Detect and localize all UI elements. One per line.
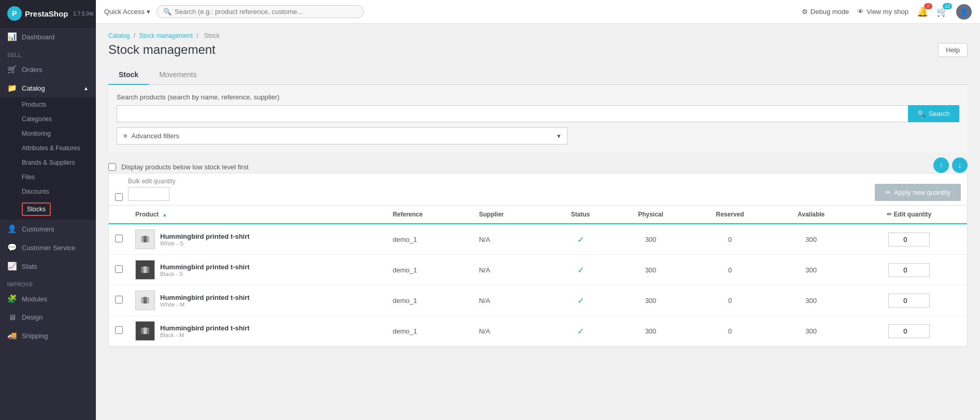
- th-supplier[interactable]: Supplier: [473, 206, 548, 224]
- row-checkbox-1[interactable]: [115, 235, 123, 242]
- th-edit-quantity-label: Edit quantity: [894, 211, 932, 218]
- sidebar-item-customer-service[interactable]: 💬 Customer Service: [0, 238, 96, 257]
- sidebar-item-monitoring[interactable]: Monitoring: [0, 126, 96, 141]
- edit-qty-cell[interactable]: [851, 316, 967, 346]
- sidebar-item-modules[interactable]: 🧩 Modules: [0, 289, 96, 308]
- stocks-label: Stocks: [22, 202, 51, 216]
- th-physical[interactable]: Physical: [613, 206, 689, 224]
- product-image-icon: [138, 293, 152, 308]
- customer-service-icon: 💬: [7, 243, 17, 252]
- help-button[interactable]: Help: [938, 43, 968, 57]
- row-checkbox-2[interactable]: [115, 265, 123, 273]
- discounts-label: Discounts: [22, 188, 49, 195]
- modules-icon: 🧩: [7, 294, 17, 303]
- supplier-value: N/A: [479, 236, 490, 243]
- available-value: 300: [805, 266, 817, 274]
- sidebar-item-customers[interactable]: 👤 Customers: [0, 220, 96, 238]
- export-upload-button[interactable]: ↑: [933, 157, 949, 173]
- product-variant: Black - M: [160, 332, 250, 338]
- sidebar-item-files[interactable]: Files: [0, 170, 96, 184]
- sidebar-collapse-button[interactable]: «: [89, 9, 94, 18]
- view-my-shop-button[interactable]: 👁 View my shop: [857, 8, 908, 16]
- th-status-label: Status: [571, 211, 590, 218]
- sidebar-item-shipping[interactable]: 🚚 Shipping: [0, 326, 96, 345]
- advanced-filters-button[interactable]: ≡ Advanced filters ▾: [117, 127, 567, 144]
- product-search-input[interactable]: [117, 105, 908, 122]
- sidebar-item-categories[interactable]: Categories: [0, 112, 96, 126]
- sidebar-item-orders[interactable]: 🛒 Orders: [0, 60, 96, 79]
- bulk-select-all-checkbox[interactable]: [115, 193, 123, 201]
- row-checkbox-3[interactable]: [115, 296, 123, 303]
- row-check-cell: [109, 224, 129, 255]
- brands-suppliers-label: Brands & Suppliers: [22, 159, 75, 166]
- search-section: Search products (search by name, referen…: [108, 85, 968, 153]
- th-available[interactable]: Available: [771, 206, 851, 224]
- product-variant: White - S: [160, 240, 250, 247]
- advanced-filters-label: Advanced filters: [132, 132, 180, 140]
- sidebar-item-catalog[interactable]: 📁 Catalog ▲: [0, 79, 96, 97]
- reference-value: demo_1: [393, 327, 417, 335]
- attributes-features-label: Attributes & Features: [22, 144, 80, 152]
- row-checkbox-4[interactable]: [115, 326, 123, 334]
- th-product-label: Product: [135, 211, 159, 218]
- catalog-submenu: Products Categories Monitoring Attribute…: [0, 97, 96, 220]
- export-download-button[interactable]: ↓: [952, 157, 968, 173]
- svg-rect-2: [144, 239, 147, 242]
- sidebar-item-products[interactable]: Products: [0, 97, 96, 112]
- physical-value: 300: [645, 266, 657, 274]
- status-cell: ✓: [548, 285, 612, 316]
- th-reserved[interactable]: Reserved: [689, 206, 771, 224]
- physical-value: 300: [645, 327, 657, 335]
- th-status[interactable]: Status: [548, 206, 612, 224]
- supplier-cell: N/A: [473, 316, 548, 346]
- low-stock-checkbox[interactable]: [108, 163, 116, 171]
- quick-access-button[interactable]: Quick Access ▾: [104, 8, 150, 16]
- topbar-search-input[interactable]: [175, 8, 357, 16]
- sidebar-item-attributes-features[interactable]: Attributes & Features: [0, 141, 96, 155]
- edit-qty-cell[interactable]: [851, 285, 967, 316]
- sidebar-item-design[interactable]: 🖥 Design: [0, 308, 96, 326]
- breadcrumb-stock-management[interactable]: Stock management: [139, 32, 192, 39]
- sidebar-item-stats[interactable]: 📈 Stats: [0, 257, 96, 276]
- product-image-icon: [138, 232, 152, 247]
- bulk-quantity-input[interactable]: [128, 187, 169, 201]
- product-cell: Hummingbird printed t-shirt White - M: [129, 285, 387, 316]
- download-icon: ↓: [958, 161, 962, 169]
- th-physical-label: Physical: [638, 211, 663, 218]
- th-reference[interactable]: Reference: [387, 206, 473, 224]
- edit-quantity-input-3[interactable]: [888, 294, 930, 308]
- edit-quantity-input-1[interactable]: [888, 233, 930, 247]
- supplier-value: N/A: [479, 297, 490, 305]
- topbar-search-box[interactable]: 🔍: [157, 5, 364, 18]
- search-button[interactable]: 🔍 Search: [908, 105, 959, 122]
- chevron-up-icon: ▲: [83, 85, 89, 91]
- notifications-button[interactable]: 🔔 7: [917, 6, 928, 18]
- user-icon: 👤: [960, 8, 969, 16]
- product-name: Hummingbird printed t-shirt: [160, 294, 250, 301]
- debug-mode-button[interactable]: ⚙ Debug mode: [802, 8, 849, 16]
- logo-container: P PrestaShop 1.7.5.0: [7, 6, 89, 21]
- cart-button[interactable]: 🛒 10: [936, 6, 948, 18]
- edit-qty-cell[interactable]: [851, 255, 967, 285]
- edit-quantity-input-2[interactable]: [888, 263, 930, 277]
- page-title: Stock management: [108, 42, 938, 57]
- edit-qty-cell[interactable]: [851, 224, 967, 255]
- tab-stock[interactable]: Stock: [108, 65, 149, 85]
- categories-label: Categories: [22, 115, 52, 123]
- sidebar-item-stocks[interactable]: Stocks: [0, 199, 96, 220]
- apply-new-quantity-button[interactable]: ✏ Apply new quantity: [875, 184, 961, 201]
- sidebar-item-brands-suppliers[interactable]: Brands & Suppliers: [0, 155, 96, 170]
- tab-movements[interactable]: Movements: [149, 65, 207, 85]
- th-product[interactable]: Product ▲: [129, 206, 387, 224]
- edit-quantity-input-4[interactable]: [888, 324, 930, 338]
- sidebar-item-label: Stats: [22, 263, 37, 270]
- supplier-cell: N/A: [473, 285, 548, 316]
- breadcrumb-catalog[interactable]: Catalog: [108, 32, 130, 39]
- sidebar-item-dashboard[interactable]: 📊 Dashboard: [0, 27, 96, 46]
- topbar-right: ⚙ Debug mode 👁 View my shop 🔔 7 🛒 10 👤: [802, 4, 972, 20]
- search-button-label: Search: [929, 110, 950, 118]
- sidebar-item-discounts[interactable]: Discounts: [0, 184, 96, 199]
- supplier-value: N/A: [479, 266, 490, 274]
- user-avatar-button[interactable]: 👤: [956, 4, 972, 20]
- sidebar-item-label: Shipping: [22, 332, 48, 340]
